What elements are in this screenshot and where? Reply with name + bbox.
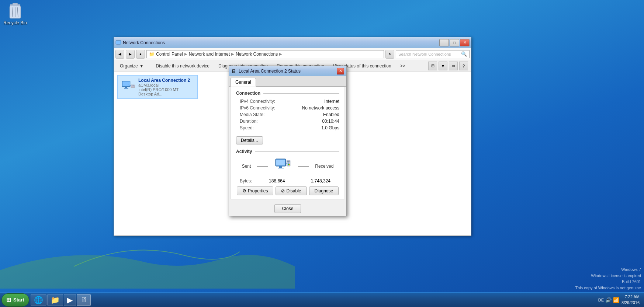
speed-label: Speed: bbox=[236, 125, 293, 130]
speed-value: 1.0 Gbps bbox=[293, 125, 339, 130]
close-button[interactable]: Close bbox=[274, 204, 301, 213]
dialog-icon: 🖥 bbox=[231, 68, 236, 74]
back-button[interactable]: ◀ bbox=[115, 50, 124, 59]
bytes-received-value: 1,748,324 bbox=[302, 178, 340, 184]
taskbar-items: 🌐 📁 ▶ 🖥 bbox=[31, 294, 595, 306]
windows-orb: ⊞ bbox=[6, 296, 11, 303]
activity-computer-icon bbox=[274, 157, 292, 175]
network-item-local-area-2[interactable]: Local Area Connection 2 aCM3.local Intel… bbox=[117, 75, 198, 99]
taskbar-ie-button[interactable]: 🌐 bbox=[31, 294, 46, 306]
volume-tray-icon[interactable]: 📶 bbox=[613, 297, 619, 303]
properties-icon: ⚙ bbox=[242, 188, 246, 193]
activity-visual: Sent bbox=[236, 157, 339, 175]
svg-rect-18 bbox=[276, 160, 285, 165]
details-button[interactable]: Details... bbox=[236, 136, 263, 144]
duration-value: 00:10:44 bbox=[293, 119, 339, 124]
up-button[interactable]: ▲ bbox=[136, 50, 145, 59]
svg-rect-7 bbox=[117, 45, 120, 45]
view-pane-button[interactable]: ▭ bbox=[449, 62, 458, 70]
svg-rect-19 bbox=[279, 166, 282, 168]
bytes-label: Bytes: bbox=[236, 178, 258, 184]
windows-watermark: Windows 7 Windows License is expired Bui… bbox=[575, 266, 641, 291]
svg-rect-14 bbox=[132, 86, 132, 86]
taskbar-explorer-button[interactable]: 📁 bbox=[47, 294, 63, 306]
disable-button[interactable]: ⊘ Disable bbox=[276, 186, 307, 195]
speed-row: Speed: 1.0 Gbps bbox=[236, 125, 339, 130]
network-taskbar-icon: 🖥 bbox=[80, 296, 87, 304]
sent-label: Sent bbox=[242, 164, 251, 169]
svg-rect-12 bbox=[124, 88, 128, 89]
more-button[interactable]: >> bbox=[397, 62, 408, 70]
disable-network-button[interactable]: Disable this network device bbox=[153, 62, 212, 70]
svg-rect-23 bbox=[288, 163, 289, 164]
duration-row: Duration: 00:10:44 bbox=[236, 119, 339, 124]
win-line4: This copy of Windows is not genuine bbox=[575, 285, 641, 291]
search-placeholder: Search Network Connections bbox=[398, 52, 451, 56]
forward-button[interactable]: ▶ bbox=[126, 50, 135, 59]
view-details-arrow[interactable]: ▼ bbox=[439, 62, 447, 70]
refresh-button[interactable]: ↻ bbox=[385, 50, 394, 59]
win-line3: Build 7601 bbox=[575, 279, 641, 285]
path-network-internet[interactable]: Network and Internet bbox=[189, 52, 230, 57]
dialog-actions: ⚙ Properties ⊘ Disable Diagnose bbox=[238, 184, 338, 195]
window-icon bbox=[115, 40, 121, 46]
dialog-footer: Close bbox=[229, 201, 346, 216]
properties-button[interactable]: ⚙ Properties bbox=[237, 186, 274, 195]
taskbar-right: DE 🔊 📶 7:22 AM 8/29/2016 bbox=[595, 294, 643, 306]
media-state-row: Media State: Enabled bbox=[236, 112, 339, 117]
bytes-sent-value: 188,664 bbox=[258, 178, 296, 184]
disable-icon: ⊘ bbox=[281, 188, 285, 193]
address-bar: ◀ ▶ ▲ 📁 Control Panel ▶ Network and Inte… bbox=[114, 48, 471, 60]
path-control-panel[interactable]: Control Panel bbox=[156, 52, 183, 57]
svg-rect-15 bbox=[133, 86, 134, 86]
organize-dropdown-icon: ▼ bbox=[139, 63, 144, 69]
recycle-bin-icon[interactable]: Recycle Bin bbox=[0, 1, 30, 27]
clock-time: 7:22 AM bbox=[622, 294, 640, 300]
network-tray-icon[interactable]: 🔊 bbox=[605, 297, 612, 303]
activity-section-title: Activity bbox=[236, 149, 339, 154]
network-item-subnet: aCM3.local bbox=[138, 83, 194, 87]
sent-line bbox=[257, 166, 268, 167]
help-button[interactable]: ? bbox=[459, 62, 468, 70]
tab-general[interactable]: General bbox=[231, 78, 256, 87]
address-path[interactable]: 📁 Control Panel ▶ Network and Internet ▶… bbox=[146, 50, 384, 58]
close-window-button[interactable]: ✕ bbox=[460, 39, 470, 46]
system-clock[interactable]: 7:22 AM 8/29/2016 bbox=[622, 294, 640, 306]
taskbar: ⊞ Start 🌐 📁 ▶ 🖥 DE 🔊 bbox=[0, 292, 644, 307]
bytes-divider bbox=[299, 178, 299, 184]
received-line bbox=[298, 166, 309, 167]
minimize-button[interactable]: ─ bbox=[439, 39, 449, 46]
connection-section-title: Connection bbox=[236, 91, 339, 96]
start-button[interactable]: ⊞ Start bbox=[1, 293, 29, 307]
toolbar-right: ⊞ ▼ ▭ ? bbox=[428, 62, 468, 70]
view-icon-button[interactable]: ⊞ bbox=[428, 62, 437, 70]
maximize-button[interactable]: □ bbox=[450, 39, 459, 46]
toolbar-separator bbox=[150, 62, 150, 70]
dialog-content: Connection IPv4 Connectivity: Internet I… bbox=[231, 87, 345, 199]
notification-area: DE 🔊 📶 bbox=[598, 297, 619, 303]
taskbar-media-button[interactable]: ▶ bbox=[64, 294, 76, 306]
network-item-adapter: Intel(R) PRO/1000 MT Desktop Ad... bbox=[138, 87, 194, 96]
media-icon: ▶ bbox=[67, 296, 73, 304]
organize-button[interactable]: Organize ▼ bbox=[117, 62, 147, 70]
path-network-connections[interactable]: Network Connections bbox=[236, 52, 278, 57]
ipv6-row: IPv6 Connectivity: No network access bbox=[236, 105, 339, 111]
duration-label: Duration: bbox=[236, 119, 293, 124]
svg-rect-22 bbox=[287, 161, 290, 162]
window-controls: ─ □ ✕ bbox=[439, 39, 470, 46]
desktop: Recycle Bin Network Connections ─ □ ✕ bbox=[0, 0, 644, 307]
dialog-close-button[interactable]: ✕ bbox=[337, 68, 344, 74]
search-icon: 🔍 bbox=[461, 51, 467, 57]
ipv4-row: IPv4 Connectivity: Internet bbox=[236, 99, 339, 104]
ipv6-label: IPv6 Connectivity: bbox=[236, 105, 293, 111]
recycle-bin-label: Recycle Bin bbox=[2, 20, 28, 25]
language-indicator[interactable]: DE bbox=[598, 298, 604, 302]
svg-rect-1 bbox=[13, 3, 18, 5]
taskbar-network-button[interactable]: 🖥 bbox=[77, 294, 91, 306]
search-box[interactable]: Search Network Connections 🔍 bbox=[396, 50, 470, 58]
svg-point-25 bbox=[289, 164, 290, 165]
svg-rect-10 bbox=[122, 81, 130, 86]
svg-point-24 bbox=[288, 164, 289, 165]
diagnose-button[interactable]: Diagnose bbox=[309, 186, 339, 195]
ipv4-value: Internet bbox=[293, 99, 339, 104]
